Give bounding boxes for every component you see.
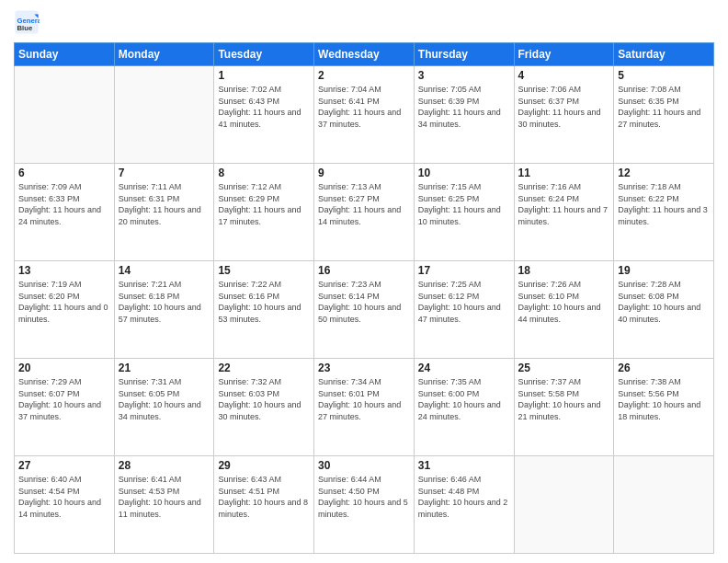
day-number: 30 — [318, 459, 410, 472]
day-number: 6 — [18, 167, 110, 179]
day-number: 12 — [618, 167, 710, 179]
calendar-cell: 23Sunrise: 7:34 AMSunset: 6:01 PMDayligh… — [314, 359, 415, 456]
calendar-cell: 5Sunrise: 7:08 AMSunset: 6:35 PMDaylight… — [614, 66, 714, 164]
calendar-week-row: 20Sunrise: 7:29 AMSunset: 6:07 PMDayligh… — [15, 359, 714, 456]
day-number: 9 — [318, 167, 410, 179]
calendar-week-row: 27Sunrise: 6:40 AMSunset: 4:54 PMDayligh… — [15, 456, 714, 554]
day-number: 13 — [18, 264, 110, 277]
day-info: Sunrise: 7:37 AMSunset: 5:58 PMDaylight:… — [518, 376, 610, 422]
day-info: Sunrise: 7:38 AMSunset: 5:56 PMDaylight:… — [618, 376, 710, 422]
weekday-header-friday: Friday — [514, 43, 614, 66]
day-info: Sunrise: 7:02 AMSunset: 6:43 PMDaylight:… — [218, 84, 310, 130]
calendar-cell: 7Sunrise: 7:11 AMSunset: 6:31 PMDaylight… — [114, 164, 214, 261]
svg-text:Blue: Blue — [17, 24, 33, 32]
day-number: 1 — [218, 69, 310, 82]
day-number: 26 — [618, 362, 710, 374]
day-info: Sunrise: 7:19 AMSunset: 6:20 PMDaylight:… — [18, 279, 110, 325]
day-number: 15 — [218, 264, 310, 277]
day-number: 23 — [318, 362, 410, 374]
calendar-cell — [15, 66, 115, 164]
day-number: 31 — [418, 459, 510, 472]
day-info: Sunrise: 7:09 AMSunset: 6:33 PMDaylight:… — [18, 181, 110, 227]
calendar-cell: 4Sunrise: 7:06 AMSunset: 6:37 PMDaylight… — [514, 66, 614, 164]
day-number: 4 — [518, 69, 610, 82]
calendar-cell: 9Sunrise: 7:13 AMSunset: 6:27 PMDaylight… — [314, 164, 415, 261]
day-info: Sunrise: 7:23 AMSunset: 6:14 PMDaylight:… — [318, 279, 410, 325]
day-number: 5 — [618, 69, 710, 82]
day-number: 3 — [418, 69, 510, 82]
calendar-cell: 3Sunrise: 7:05 AMSunset: 6:39 PMDaylight… — [414, 66, 514, 164]
day-info: Sunrise: 6:44 AMSunset: 4:50 PMDaylight:… — [318, 474, 410, 520]
calendar: SundayMondayTuesdayWednesdayThursdayFrid… — [14, 42, 714, 554]
header: General Blue — [14, 9, 714, 35]
logo-icon: General Blue — [14, 9, 40, 35]
day-info: Sunrise: 7:25 AMSunset: 6:12 PMDaylight:… — [418, 279, 510, 325]
day-number: 8 — [218, 167, 310, 179]
day-number: 22 — [218, 362, 310, 374]
day-info: Sunrise: 7:31 AMSunset: 6:05 PMDaylight:… — [119, 376, 210, 422]
day-info: Sunrise: 6:41 AMSunset: 4:53 PMDaylight:… — [119, 474, 210, 520]
weekday-header-monday: Monday — [114, 43, 214, 66]
day-info: Sunrise: 7:15 AMSunset: 6:25 PMDaylight:… — [418, 181, 510, 227]
calendar-week-row: 13Sunrise: 7:19 AMSunset: 6:20 PMDayligh… — [15, 261, 714, 359]
day-info: Sunrise: 7:32 AMSunset: 6:03 PMDaylight:… — [218, 376, 310, 422]
day-number: 20 — [18, 362, 110, 374]
calendar-week-row: 1Sunrise: 7:02 AMSunset: 6:43 PMDaylight… — [15, 66, 714, 164]
calendar-cell: 24Sunrise: 7:35 AMSunset: 6:00 PMDayligh… — [414, 359, 514, 456]
calendar-cell: 30Sunrise: 6:44 AMSunset: 4:50 PMDayligh… — [314, 456, 415, 554]
day-info: Sunrise: 7:16 AMSunset: 6:24 PMDaylight:… — [518, 181, 610, 227]
day-info: Sunrise: 7:05 AMSunset: 6:39 PMDaylight:… — [418, 84, 510, 130]
calendar-cell: 16Sunrise: 7:23 AMSunset: 6:14 PMDayligh… — [314, 261, 415, 359]
calendar-cell: 31Sunrise: 6:46 AMSunset: 4:48 PMDayligh… — [414, 456, 514, 554]
calendar-cell: 6Sunrise: 7:09 AMSunset: 6:33 PMDaylight… — [15, 164, 115, 261]
day-number: 19 — [618, 264, 710, 277]
calendar-cell: 17Sunrise: 7:25 AMSunset: 6:12 PMDayligh… — [414, 261, 514, 359]
weekday-header-wednesday: Wednesday — [314, 43, 415, 66]
day-number: 11 — [518, 167, 610, 179]
calendar-cell: 11Sunrise: 7:16 AMSunset: 6:24 PMDayligh… — [514, 164, 614, 261]
calendar-cell: 13Sunrise: 7:19 AMSunset: 6:20 PMDayligh… — [15, 261, 115, 359]
calendar-cell: 25Sunrise: 7:37 AMSunset: 5:58 PMDayligh… — [514, 359, 614, 456]
day-number: 2 — [318, 69, 410, 82]
calendar-cell: 18Sunrise: 7:26 AMSunset: 6:10 PMDayligh… — [514, 261, 614, 359]
calendar-cell: 29Sunrise: 6:43 AMSunset: 4:51 PMDayligh… — [214, 456, 314, 554]
day-info: Sunrise: 7:08 AMSunset: 6:35 PMDaylight:… — [618, 84, 710, 130]
calendar-cell: 2Sunrise: 7:04 AMSunset: 6:41 PMDaylight… — [314, 66, 415, 164]
calendar-cell: 20Sunrise: 7:29 AMSunset: 6:07 PMDayligh… — [15, 359, 115, 456]
calendar-week-row: 6Sunrise: 7:09 AMSunset: 6:33 PMDaylight… — [15, 164, 714, 261]
day-number: 21 — [119, 362, 210, 374]
day-number: 17 — [418, 264, 510, 277]
calendar-cell: 27Sunrise: 6:40 AMSunset: 4:54 PMDayligh… — [15, 456, 115, 554]
calendar-cell: 10Sunrise: 7:15 AMSunset: 6:25 PMDayligh… — [414, 164, 514, 261]
weekday-header-row: SundayMondayTuesdayWednesdayThursdayFrid… — [15, 43, 714, 66]
day-info: Sunrise: 6:43 AMSunset: 4:51 PMDaylight:… — [218, 474, 310, 520]
weekday-header-saturday: Saturday — [614, 43, 714, 66]
logo: General Blue — [14, 9, 43, 35]
page: General Blue SundayMondayTuesdayWednesda… — [0, 0, 728, 563]
calendar-cell: 8Sunrise: 7:12 AMSunset: 6:29 PMDaylight… — [214, 164, 314, 261]
day-info: Sunrise: 7:21 AMSunset: 6:18 PMDaylight:… — [119, 279, 210, 325]
day-info: Sunrise: 7:22 AMSunset: 6:16 PMDaylight:… — [218, 279, 310, 325]
calendar-cell: 15Sunrise: 7:22 AMSunset: 6:16 PMDayligh… — [214, 261, 314, 359]
weekday-header-thursday: Thursday — [414, 43, 514, 66]
day-number: 28 — [119, 459, 210, 472]
calendar-cell: 26Sunrise: 7:38 AMSunset: 5:56 PMDayligh… — [614, 359, 714, 456]
day-info: Sunrise: 7:18 AMSunset: 6:22 PMDaylight:… — [618, 181, 710, 227]
weekday-header-sunday: Sunday — [15, 43, 115, 66]
calendar-cell — [514, 456, 614, 554]
day-number: 25 — [518, 362, 610, 374]
day-number: 29 — [218, 459, 310, 472]
day-info: Sunrise: 7:13 AMSunset: 6:27 PMDaylight:… — [318, 181, 410, 227]
calendar-cell: 22Sunrise: 7:32 AMSunset: 6:03 PMDayligh… — [214, 359, 314, 456]
calendar-cell: 14Sunrise: 7:21 AMSunset: 6:18 PMDayligh… — [114, 261, 214, 359]
day-info: Sunrise: 6:40 AMSunset: 4:54 PMDaylight:… — [18, 474, 110, 520]
day-number: 7 — [119, 167, 210, 179]
day-number: 18 — [518, 264, 610, 277]
calendar-cell — [614, 456, 714, 554]
day-number: 27 — [18, 459, 110, 472]
day-info: Sunrise: 7:26 AMSunset: 6:10 PMDaylight:… — [518, 279, 610, 325]
day-number: 16 — [318, 264, 410, 277]
calendar-cell: 28Sunrise: 6:41 AMSunset: 4:53 PMDayligh… — [114, 456, 214, 554]
day-info: Sunrise: 7:34 AMSunset: 6:01 PMDaylight:… — [318, 376, 410, 422]
day-info: Sunrise: 6:46 AMSunset: 4:48 PMDaylight:… — [418, 474, 510, 520]
